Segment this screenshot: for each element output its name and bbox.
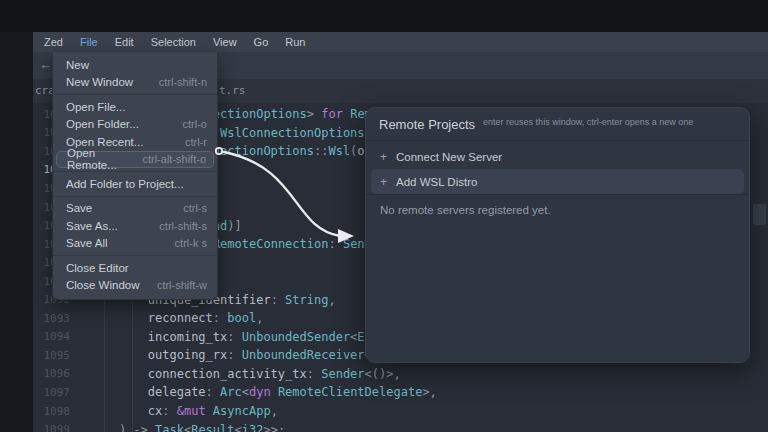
menubar-item-edit[interactable]: Edit — [115, 36, 134, 48]
code-token: )] — [227, 219, 241, 233]
code-token: : — [227, 330, 241, 344]
code-token: WslConnectionOptions — [220, 126, 365, 140]
menu-item-shortcut: ctrl-k s — [175, 237, 207, 249]
code-token: < — [235, 423, 242, 432]
code-text: ) -> Task<Result<i32>>; — [90, 423, 285, 432]
code-token: Task — [155, 423, 184, 432]
menubar-item-selection[interactable]: Selection — [151, 36, 196, 48]
code-token: delegate — [148, 385, 206, 399]
code-token: connection_activity_tx — [148, 367, 307, 381]
line-number: 1095 — [33, 349, 70, 362]
menu-item-close-editor[interactable]: Close Editor — [53, 259, 217, 277]
code-token: Result — [191, 423, 234, 432]
code-token: &mut — [177, 404, 206, 418]
code-token: RemoteClientDelegate — [278, 385, 423, 399]
line-number: 1096 — [33, 367, 70, 380]
menu-item-open-folder[interactable]: Open Folder...ctrl-o — [53, 116, 217, 134]
remote-projects-actions: +Connect New Server+Add WSL Distro — [366, 141, 749, 195]
code-line-1099[interactable]: 1099) -> Task<Result<i32>>; — [33, 420, 768, 432]
code-token: , — [256, 311, 263, 325]
menu-separator — [53, 255, 217, 256]
connect-new-server-button[interactable]: +Connect New Server — [371, 144, 744, 169]
line-number: 1093 — [33, 312, 70, 325]
menubar-item-go[interactable]: Go — [254, 36, 269, 48]
menu-item-shortcut: ctrl-shift-w — [157, 279, 207, 291]
menu-item-save-as[interactable]: Save As...ctrl-shift-s — [53, 217, 217, 235]
menu-item-label: Add Folder to Project... — [66, 178, 207, 190]
code-text: delegate: Arc<dyn RemoteClientDelegate>, — [90, 385, 437, 399]
code-token: for — [321, 107, 343, 121]
code-token: ) -> — [119, 423, 155, 432]
menu-item-shortcut: ctrl-alt-shift-o — [142, 153, 206, 165]
code-line-1098[interactable]: 1098cx: &mut AsyncApp, — [33, 402, 768, 421]
menu-separator — [53, 94, 217, 95]
menu-item-shortcut: ctrl-s — [183, 202, 207, 214]
menu-item-label: Close Editor — [66, 262, 207, 274]
menubar-item-zed[interactable]: Zed — [44, 36, 63, 48]
code-token: Wsl — [328, 144, 350, 158]
plus-icon: + — [380, 150, 387, 164]
menubar-item-view[interactable]: View — [213, 36, 237, 48]
line-number: 1098 — [33, 405, 70, 418]
menu-separator — [53, 196, 217, 197]
remote-projects-modal: Remote Projects enter reuses this window… — [365, 107, 750, 363]
menu-item-label: Open File... — [66, 101, 207, 113]
add-wsl-distro-button[interactable]: +Add WSL Distro — [371, 169, 744, 194]
code-token: UnboundedReceiver — [242, 348, 365, 362]
menu-item-new[interactable]: New — [53, 56, 217, 74]
menu-item-shortcut: ctrl-shift-n — [159, 76, 207, 88]
menu-item-shortcut: ctrl-r — [185, 136, 207, 148]
menu-item-new-window[interactable]: New Windowctrl-shift-n — [53, 74, 217, 92]
code-token: : — [162, 404, 176, 418]
back-arrow-icon[interactable]: ← — [39, 57, 52, 72]
code-token: RemoteConnection — [213, 237, 329, 251]
code-token: cx — [148, 404, 162, 418]
plus-icon: + — [380, 175, 387, 189]
code-token: <()>, — [365, 367, 401, 381]
code-token: Sender — [321, 367, 364, 381]
line-number: 1097 — [33, 386, 70, 399]
code-token: bool — [227, 311, 256, 325]
menu-item-label: Close Window — [66, 279, 157, 291]
menu-bar: ZedFileEditSelectionViewGoRun — [33, 32, 768, 52]
action-label: Connect New Server — [396, 151, 502, 163]
code-token: i32 — [242, 423, 264, 432]
menu-item-label: New Window — [66, 76, 159, 88]
line-number: 1094 — [33, 330, 70, 343]
code-token: dyn — [249, 385, 271, 399]
menu-item-save[interactable]: Savectrl-s — [53, 200, 217, 218]
modal-title: Remote Projects — [379, 117, 475, 132]
menubar-item-run[interactable]: Run — [285, 36, 305, 48]
menu-item-shortcut: ctrl-o — [183, 118, 207, 130]
code-token: UnboundedSender — [242, 330, 350, 344]
code-line-1097[interactable]: 1097delegate: Arc<dyn RemoteClientDelega… — [33, 383, 768, 402]
code-token — [206, 404, 213, 418]
code-token: >, — [422, 385, 436, 399]
menu-item-add-folder-to-project[interactable]: Add Folder to Project... — [53, 175, 217, 193]
menu-item-label: New — [66, 59, 207, 71]
code-text: reconnect: bool, — [90, 311, 263, 325]
code-text: connection_activity_tx: Sender<()>, — [90, 367, 401, 381]
code-token: reconnect — [148, 311, 213, 325]
code-text: cx: &mut AsyncApp, — [90, 404, 278, 418]
menu-item-close-window[interactable]: Close Windowctrl-shift-w — [53, 277, 217, 295]
code-token: , — [271, 404, 278, 418]
menu-item-open-file[interactable]: Open File... — [53, 98, 217, 116]
code-token: : — [271, 293, 285, 307]
code-token: String — [285, 293, 328, 307]
code-token: > — [307, 107, 314, 121]
file-menu: NewNew Windowctrl-shift-nOpen File...Ope… — [52, 52, 218, 300]
menu-item-shortcut: ctrl-shift-s — [159, 220, 207, 232]
desktop-background-top — [0, 0, 768, 32]
menu-item-label: Save As... — [66, 220, 159, 232]
menu-item-save-all[interactable]: Save Allctrl-k s — [53, 235, 217, 253]
menu-item-open-remote[interactable]: Open Remote...ctrl-alt-shift-o — [56, 151, 214, 169]
code-token: : — [328, 237, 342, 251]
code-token: outgoing_rx — [148, 348, 227, 362]
menubar-item-file[interactable]: File — [80, 36, 98, 48]
code-token: >>; — [263, 423, 285, 432]
menu-item-label: Open Remote... — [67, 147, 142, 171]
code-line-1096[interactable]: 1096connection_activity_tx: Sender<()>, — [33, 365, 768, 384]
editor-scrollbar-thumb[interactable] — [753, 204, 766, 225]
menu-item-label: Save — [66, 202, 183, 214]
